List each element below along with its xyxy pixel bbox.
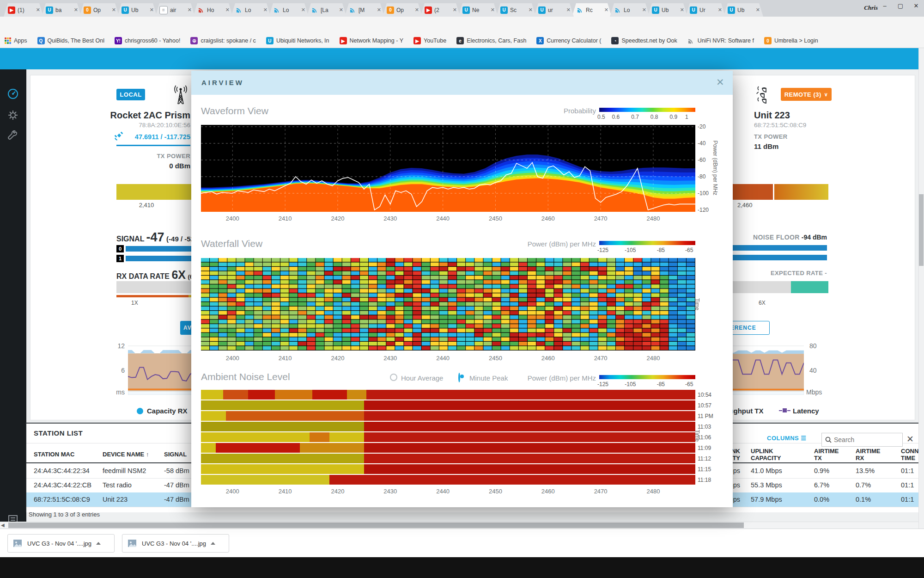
airview-close-icon[interactable]: ✕ — [716, 77, 724, 88]
download-caret-icon[interactable] — [211, 542, 215, 545]
browser-tab[interactable]: Uur✕ — [534, 3, 574, 17]
column-header-uplink[interactable]: UPLINK CAPACITY — [751, 448, 785, 461]
cell-airtime_tx[interactable]: 0.9% — [814, 467, 851, 474]
browser-tab[interactable]: UUb✕ — [648, 3, 687, 17]
tab-close-icon[interactable]: ✕ — [642, 7, 646, 13]
cell-mac[interactable]: 24:A4:3C:44:22:34 — [34, 467, 103, 474]
tab-close-icon[interactable]: ✕ — [566, 7, 571, 13]
hour-average-radio[interactable] — [390, 374, 397, 381]
bookmark-item[interactable]: 0Umbrella > Login — [764, 37, 818, 44]
bookmark-item[interactable]: ☮craigslist: spokane / c — [190, 37, 256, 44]
minute-peak-label[interactable]: Minute Peak — [469, 374, 508, 382]
remote-badge-button[interactable]: REMOTE (3)∨ — [781, 88, 832, 101]
browser-tab[interactable]: Ho✕ — [193, 3, 233, 17]
browser-tab[interactable]: UUb✕ — [117, 3, 157, 17]
browser-tab[interactable]: 0Op✕ — [79, 3, 119, 17]
columns-button[interactable]: COLUMNS ☰ — [767, 435, 807, 442]
scrollbar-left-arrow[interactable]: ◀ — [1, 523, 5, 528]
minute-peak-radio[interactable] — [458, 373, 460, 382]
tab-close-icon[interactable]: ✕ — [604, 7, 608, 13]
tab-close-icon[interactable]: ✕ — [36, 7, 40, 13]
bookmark-item[interactable]: UniFi NVR: Software f — [687, 37, 754, 44]
tab-close-icon[interactable]: ✕ — [377, 7, 381, 13]
horizontal-scrollbar-thumb[interactable] — [8, 523, 744, 528]
browser-tab[interactable]: UUb✕ — [723, 3, 763, 17]
station-panel-close-icon[interactable]: ✕ — [906, 434, 914, 444]
bookmark-item[interactable]: ▶Network Mapping - Y — [340, 37, 404, 44]
column-header-airtime_rx[interactable]: AIRTIME RX — [856, 448, 888, 461]
cell-airtime_rx[interactable]: 13.5% — [856, 467, 893, 474]
bookmark-item[interactable]: UUbiquiti Networks, In — [266, 37, 329, 44]
hour-average-label[interactable]: Hour Average — [401, 374, 443, 382]
tab-close-icon[interactable]: ✕ — [680, 7, 684, 13]
cell-device[interactable]: feedmill NSM2 — [103, 467, 163, 474]
cell-airtime_tx[interactable]: 0.0% — [814, 496, 851, 503]
cell-device[interactable]: Unit 223 — [103, 496, 163, 503]
bookmark-item[interactable]: Y!chrisgross60 - Yahoo! — [115, 37, 180, 44]
cell-uplink[interactable]: 41.0 Mbps — [751, 467, 806, 474]
cell-uplink[interactable]: 57.9 Mbps — [751, 496, 806, 503]
local-badge[interactable]: LOCAL — [116, 89, 145, 100]
sidebar-dashboard-icon[interactable] — [7, 88, 19, 100]
apps-shortcut[interactable]: Apps — [5, 37, 27, 44]
tab-close-icon[interactable]: ✕ — [112, 7, 116, 13]
bookmark-item[interactable]: QQuiBids, The Best Onl — [37, 37, 104, 44]
column-header-airtime_tx[interactable]: AIRTIME TX — [814, 448, 846, 461]
tab-close-icon[interactable]: ✕ — [491, 7, 495, 13]
browser-profile-name[interactable]: Chris — [864, 4, 878, 12]
cell-uplink[interactable]: 55.3 Mbps — [751, 481, 806, 489]
download-caret-icon[interactable] — [96, 542, 101, 545]
download-item[interactable]: UVC G3 - Nov 04 '....jpg — [122, 534, 229, 553]
tab-close-icon[interactable]: ✕ — [188, 7, 192, 13]
tab-close-icon[interactable]: ✕ — [415, 7, 419, 13]
browser-tab[interactable]: Lo✕ — [610, 3, 650, 17]
browser-tab[interactable]: [M✕ — [345, 3, 384, 17]
tab-close-icon[interactable]: ✕ — [756, 7, 760, 13]
bookmark-item[interactable]: ◔Speedtest.net by Ook — [611, 37, 677, 44]
tab-close-icon[interactable]: ✕ — [263, 7, 267, 13]
local-gps-coords[interactable]: 47.6911 / -117.725 — [69, 133, 190, 141]
vertical-scrollbar-thumb[interactable] — [919, 194, 924, 266]
cell-mac[interactable]: 68:72:51:5C:08:C9 — [34, 496, 103, 503]
bookmark-item[interactable]: XCurrency Calculator ( — [536, 37, 601, 44]
browser-tab[interactable]: 0Op✕ — [383, 3, 422, 17]
tab-close-icon[interactable]: ✕ — [718, 7, 722, 13]
sidebar-tools-wrench-icon[interactable] — [7, 130, 19, 142]
cell-mac[interactable]: 24:A4:3C:44:22:CB — [34, 481, 103, 489]
search-input[interactable] — [833, 436, 895, 444]
window-close-button[interactable]: ✕ — [908, 0, 924, 12]
tab-close-icon[interactable]: ✕ — [453, 7, 457, 13]
browser-tab[interactable]: UUr✕ — [686, 3, 725, 17]
cell-airtime_rx[interactable]: 0.7% — [856, 481, 893, 489]
browser-tab[interactable]: ▶(2✕ — [420, 3, 460, 17]
browser-tab[interactable]: Rc✕ — [572, 3, 612, 17]
vertical-scrollbar[interactable] — [918, 48, 924, 529]
tab-close-icon[interactable]: ✕ — [301, 7, 305, 13]
browser-tab[interactable]: ▶(1)✕ — [4, 3, 43, 17]
window-minimize-button[interactable]: – — [877, 0, 893, 12]
bookmark-item[interactable]: eElectronics, Cars, Fash — [456, 37, 526, 44]
cell-airtime_rx[interactable]: 0.1% — [856, 496, 893, 503]
browser-tab[interactable]: Lo✕ — [269, 3, 309, 17]
station-search-box[interactable] — [821, 433, 903, 447]
browser-tab[interactable]: UNe✕ — [458, 3, 498, 17]
cell-airtime_tx[interactable]: 6.7% — [814, 481, 851, 489]
column-header-device[interactable]: DEVICE NAME ↑ — [103, 451, 163, 458]
bookmark-item[interactable]: ▶YouTube — [413, 37, 446, 44]
tab-close-icon[interactable]: ✕ — [225, 7, 230, 13]
download-item[interactable]: UVC G3 - Nov 04 '....jpg — [7, 534, 115, 553]
sidebar-settings-gear-icon[interactable] — [7, 109, 19, 121]
cell-device[interactable]: Test radio — [103, 481, 163, 489]
column-header-mac[interactable]: STATION MAC — [34, 451, 103, 458]
tab-close-icon[interactable]: ✕ — [339, 7, 343, 13]
tab-close-icon[interactable]: ✕ — [150, 7, 154, 13]
x-tick-label: 2480 — [646, 355, 660, 362]
browser-tab[interactable]: ≡air✕ — [155, 3, 195, 17]
browser-tab[interactable]: [La✕ — [307, 3, 346, 17]
tab-close-icon[interactable]: ✕ — [74, 7, 78, 13]
window-maximize-button[interactable]: ▢ — [893, 0, 908, 12]
browser-tab[interactable]: Uba✕ — [42, 3, 81, 17]
tab-close-icon[interactable]: ✕ — [529, 7, 533, 13]
browser-tab[interactable]: USc✕ — [496, 3, 536, 17]
browser-tab[interactable]: Lo✕ — [231, 3, 271, 17]
